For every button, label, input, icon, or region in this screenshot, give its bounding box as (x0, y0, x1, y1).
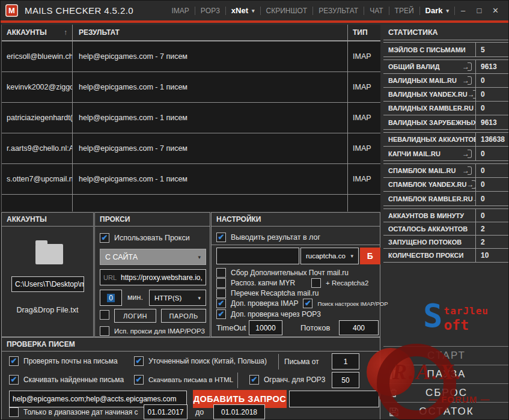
stat-value: 2 (475, 236, 509, 248)
pop3-extra-check-checkbox[interactable]: ✔ (216, 309, 226, 319)
stat-row: ВАЛИДНЫХ YANDEX.RU → 0 (383, 88, 509, 102)
menu-imap[interactable]: IMAP (166, 7, 195, 15)
stats-group: МЭЙЛОВ С ПИСЬМАМИ 5 (383, 42, 509, 57)
password-button[interactable]: ПАРОЛЬ (161, 309, 206, 323)
stat-label: СПАМБЛОК MAIL.RU (388, 167, 456, 174)
export-icon[interactable]: → (462, 62, 472, 71)
recaptcha2-checkbox[interactable] (311, 278, 321, 288)
extra-query-input[interactable] (289, 391, 379, 407)
captcha-service-dropdown[interactable]: rucaptcha.co ▾ (300, 248, 359, 264)
accounts-file-path-input[interactable]: C:\Users\T\Desktop\m (11, 276, 84, 292)
stat-row: КОЛИЧЕСТВО ПРОКСИ 10 (383, 249, 509, 262)
menu-result[interactable]: РЕЗУЛЬТАТ (313, 7, 364, 15)
remainder-label: ОСТАТОК (383, 406, 509, 418)
stat-row: СПАМБЛОК RAMBLER.RU → 0 (383, 192, 509, 205)
imap-settings-search-checkbox[interactable]: ✔ (303, 299, 312, 308)
proxy-url-input[interactable]: URL https://proxy.webshare.io, (100, 269, 206, 285)
captcha-key-input[interactable] (216, 248, 299, 264)
url-prefix-label: URL (103, 274, 117, 281)
myr-captcha-checkbox[interactable] (216, 278, 226, 288)
check-mail-checkbox[interactable]: ✔ (9, 356, 19, 366)
check-icon: ✔ (11, 376, 17, 383)
check-icon: ✔ (102, 234, 108, 242)
collect-extra-mail-checkbox[interactable] (216, 268, 226, 278)
start-label: СТАРТ (383, 350, 509, 362)
cell-account: r.aarts9@chello.nl:A (2, 133, 73, 163)
stat-row: АККАУНТОВ В МИНУТУ 0 (383, 209, 509, 222)
dragdrop-hint: Drag&Drop File.txt (2, 306, 93, 314)
table-row[interactable]: kevinvk2002@ziggo help@epicgames.com - 1… (2, 72, 380, 103)
date-from-input[interactable]: 01.01.2017 (144, 404, 187, 419)
export-icon[interactable]: → (473, 195, 475, 203)
start-button[interactable]: СТАРТ (383, 346, 509, 365)
pop3-limit-input[interactable]: 50 (332, 372, 359, 388)
proxy-source-dropdown[interactable]: С САЙТА ▾ (100, 249, 206, 265)
export-icon[interactable]: → (462, 76, 472, 85)
threads-input[interactable]: 400 (339, 320, 379, 335)
settings-panel: НАСТРОЙКИ ✔ Выводить результат в лог ruc… (211, 212, 380, 337)
reset-button[interactable]: СБРОС (383, 383, 509, 402)
table-row[interactable]: s.otten7@upcmail.nl help@epicgames.com -… (2, 164, 380, 195)
use-proxy-checkbox[interactable]: ✔ (100, 233, 109, 243)
stat-row: КАПЧИ MAIL.RU → 0 (383, 147, 509, 160)
login-button[interactable]: ЛОГИН (114, 309, 156, 323)
pop3-limit-checkbox[interactable]: ✔ (249, 375, 259, 385)
export-icon[interactable]: → (462, 166, 472, 175)
proxy-type-dropdown[interactable]: HTTP(S) ▾ (149, 290, 206, 306)
controls-panel: СТАРТ ПАУЗА СБРОС ОСТАТОК (383, 346, 509, 420)
stats-group: НЕВАЛИДНЫХ АККАУНТОВ → 136638 КАПЧИ MAIL… (383, 132, 509, 161)
export-icon[interactable]: → (468, 90, 475, 99)
letters-from-input[interactable]: 1 (332, 353, 359, 370)
menu-screenshot[interactable]: СКРИНШОТ (261, 7, 313, 15)
close-button[interactable]: ✕ (487, 5, 504, 16)
theme-dropdown[interactable]: Dark ▾ (420, 6, 454, 15)
pop3-extra-check-label: Доп. проверка через POP3 (231, 310, 321, 318)
html-download-label: Скачивать письма в HTML (148, 376, 233, 383)
minimize-button[interactable]: – (455, 5, 471, 16)
column-header-type[interactable]: ТИП (348, 25, 380, 40)
timeout-input[interactable]: 10000 (249, 320, 282, 335)
pause-button[interactable]: ПАУЗА (383, 365, 509, 383)
proxy-auth-checkbox[interactable] (100, 310, 109, 320)
table-row[interactable]: r.aarts9@chello.nl:A help@epicgames.com … (2, 133, 380, 164)
results-table: АККАУНТЫ ↑ РЕЗУЛЬТАТ ТИП ericsoll@bluewi… (1, 25, 380, 212)
maximize-button[interactable]: □ (471, 5, 487, 16)
theme-value: Dark (425, 6, 443, 15)
stat-value: 5 (475, 43, 509, 56)
column-header-accounts[interactable]: АККАУНТЫ ↑ (2, 25, 73, 40)
html-download-checkbox[interactable]: ✔ (134, 375, 144, 385)
remainder-button[interactable]: ОСТАТОК (383, 402, 509, 420)
mailcheck-panel: ПРОВЕРКА ПИСЕМ ✔ Проверять почты на пись… (1, 337, 380, 420)
stat-label: ВАЛИДНЫХ ЗАРУБЕЖНЫХ (388, 119, 475, 126)
proxy-source-value: С САЙТА (105, 253, 138, 261)
recaptcha-mailru-checkbox[interactable] (216, 288, 226, 298)
myr-captcha-label: Распоз. капчи MYR (231, 279, 295, 287)
folder-icon[interactable] (35, 244, 63, 264)
menu-tray[interactable]: ТРЕЙ (389, 7, 419, 15)
imap-extra-check-checkbox[interactable]: ✔ (216, 299, 226, 308)
download-mail-checkbox[interactable]: ✔ (9, 375, 19, 385)
menu-chat[interactable]: ЧАТ (364, 7, 388, 15)
proxy-imap-pop3-checkbox[interactable] (100, 326, 109, 336)
export-icon[interactable]: → (462, 150, 472, 158)
menu-pop3[interactable]: POP3 (195, 7, 225, 15)
date-to-input[interactable]: 01.01.2018 (213, 404, 265, 419)
proxy-min-value: 0 (107, 294, 115, 302)
export-icon[interactable]: → (474, 104, 475, 112)
export-icon[interactable]: → (466, 180, 475, 189)
table-row[interactable]: patriciaziegenhardt( help@epicgames.com … (2, 103, 380, 133)
column-header-result[interactable]: РЕЗУЛЬТАТ (73, 25, 348, 40)
table-row[interactable]: ericsoll@bluewin.ch: help@epicgames.com … (2, 41, 380, 72)
proxy-min-input[interactable]: 0 (100, 290, 122, 306)
refined-search-checkbox[interactable]: ✔ (134, 356, 144, 366)
reset-label: СБРОС (383, 387, 509, 399)
sort-asc-icon: ↑ (64, 28, 67, 37)
balance-button[interactable]: Б (360, 248, 380, 264)
settings-panel-title: НАСТРОЙКИ (212, 213, 380, 227)
min-label: мин. (127, 293, 143, 302)
brand-logo-bottom: oft (444, 317, 489, 333)
date-range-checkbox[interactable] (9, 407, 19, 417)
protocol-dropdown[interactable]: xNet ▾ (226, 6, 260, 15)
cell-result: help@epicgames.com - 7 писем (73, 41, 348, 72)
log-output-checkbox[interactable]: ✔ (216, 233, 226, 242)
